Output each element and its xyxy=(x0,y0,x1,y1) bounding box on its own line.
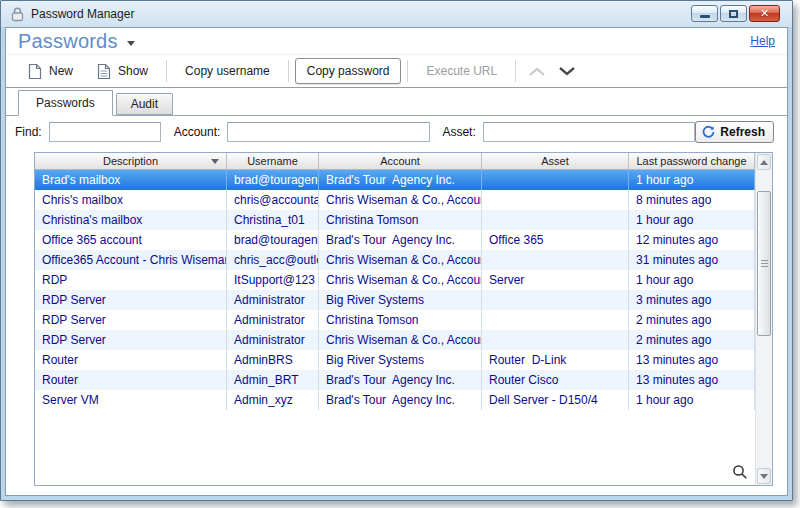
cell-asset[interactable] xyxy=(482,170,629,190)
account-input[interactable] xyxy=(227,122,430,142)
cell-account[interactable]: Christina Tomson xyxy=(319,310,482,330)
cell-last-password-change[interactable]: 8 minutes ago xyxy=(629,190,755,210)
cell-description[interactable]: RDP Server xyxy=(35,290,227,310)
column-header-asset[interactable]: Asset xyxy=(482,153,629,169)
cell-account[interactable]: Chris Wiseman & Co., Accountar xyxy=(319,250,482,270)
new-button[interactable]: New xyxy=(16,57,85,86)
cell-asset[interactable] xyxy=(482,330,629,350)
column-header-account[interactable]: Account xyxy=(319,153,482,169)
cell-asset[interactable]: Router Cisco xyxy=(482,370,629,390)
cell-description[interactable]: Chris's mailbox xyxy=(35,190,227,210)
cell-asset[interactable] xyxy=(482,210,629,230)
cell-last-password-change[interactable]: 12 minutes ago xyxy=(629,230,755,250)
copy-password-button[interactable]: Copy password xyxy=(295,58,402,84)
cell-last-password-change[interactable]: 31 minutes ago xyxy=(629,250,755,270)
asset-input[interactable] xyxy=(483,122,696,142)
cell-asset[interactable]: Router D-Link xyxy=(482,350,629,370)
cell-username[interactable]: Administrator xyxy=(227,330,319,350)
table-row[interactable]: Brad's mailbox brad@touragency. Brad's T… xyxy=(35,170,755,190)
cell-asset[interactable] xyxy=(482,310,629,330)
cell-description[interactable]: RDP xyxy=(35,270,227,290)
cell-description[interactable]: RDP Server xyxy=(35,330,227,350)
cell-account[interactable]: Big River Systems xyxy=(319,290,482,310)
column-header-last-password-change[interactable]: Last password change xyxy=(629,153,755,169)
cell-account[interactable]: Brad's Tour Agency Inc. xyxy=(319,370,482,390)
help-link[interactable]: Help xyxy=(750,34,775,48)
magnifier-icon[interactable] xyxy=(732,464,748,480)
cell-description[interactable]: Server VM xyxy=(35,390,227,410)
chevron-down-icon[interactable] xyxy=(127,41,135,46)
cell-account[interactable]: Chris Wiseman & Co., Accountar xyxy=(319,190,482,210)
cell-account[interactable]: Chris Wiseman & Co., Accountar xyxy=(319,330,482,350)
table-row[interactable]: RDP Server Administrator Christina Tomso… xyxy=(35,310,755,330)
cell-last-password-change[interactable]: 2 minutes ago xyxy=(629,310,755,330)
cell-username[interactable]: Admin_BRT xyxy=(227,370,319,390)
cell-account[interactable]: Big River Systems xyxy=(319,350,482,370)
cell-username[interactable]: ItSupport@123 xyxy=(227,270,319,290)
cell-asset[interactable] xyxy=(482,250,629,270)
cell-description[interactable]: RDP Server xyxy=(35,310,227,330)
cell-account[interactable]: Christina Tomson xyxy=(319,210,482,230)
chevron-down-icon[interactable] xyxy=(558,66,576,77)
table-row[interactable]: RDP Server Administrator Chris Wiseman &… xyxy=(35,330,755,350)
tab-audit[interactable]: Audit xyxy=(116,93,173,115)
table-row[interactable]: RDP Server Administrator Big River Syste… xyxy=(35,290,755,310)
cell-last-password-change[interactable]: 13 minutes ago xyxy=(629,350,755,370)
copy-username-label: Copy username xyxy=(185,64,270,78)
cell-username[interactable]: Administrator xyxy=(227,290,319,310)
cell-asset[interactable] xyxy=(482,290,629,310)
column-header-description[interactable]: Description xyxy=(35,153,227,169)
table-row[interactable]: Office365 Account - Chris Wiseman chris_… xyxy=(35,250,755,270)
cell-username[interactable]: chris@accountant xyxy=(227,190,319,210)
cell-description[interactable]: Router xyxy=(35,370,227,390)
cell-description[interactable]: Office 365 account xyxy=(35,230,227,250)
cell-last-password-change[interactable]: 1 hour ago xyxy=(629,390,755,410)
table-row[interactable]: Router AdminBRS Big River Systems Router… xyxy=(35,350,755,370)
cell-last-password-change[interactable]: 3 minutes ago xyxy=(629,290,755,310)
cell-username[interactable]: Admin_xyz xyxy=(227,390,319,410)
cell-description[interactable]: Office365 Account - Chris Wiseman xyxy=(35,250,227,270)
cell-last-password-change[interactable]: 1 hour ago xyxy=(629,210,755,230)
table-row[interactable]: RDP ItSupport@123 Chris Wiseman & Co., A… xyxy=(35,270,755,290)
vertical-scrollbar[interactable] xyxy=(755,153,772,485)
cell-account[interactable]: Chris Wiseman & Co., Accountar xyxy=(319,270,482,290)
tab-passwords[interactable]: Passwords xyxy=(18,90,113,116)
cell-username[interactable]: Christina_t01 xyxy=(227,210,319,230)
cell-last-password-change[interactable]: 13 minutes ago xyxy=(629,370,755,390)
cell-username[interactable]: brad@touragency. xyxy=(227,170,319,190)
scroll-down-button[interactable] xyxy=(757,468,771,484)
cell-username[interactable]: chris_acc@outloo xyxy=(227,250,319,270)
minimize-button[interactable] xyxy=(691,5,718,22)
refresh-button[interactable]: Refresh xyxy=(695,121,774,143)
table-row[interactable]: Router Admin_BRT Brad's Tour Agency Inc.… xyxy=(35,370,755,390)
cell-account[interactable]: Brad's Tour Agency Inc. xyxy=(319,170,482,190)
scrollbar-thumb[interactable] xyxy=(757,191,771,336)
cell-username[interactable]: brad@touragency. xyxy=(227,230,319,250)
filter-bar: Find: Account: Asset: Refresh xyxy=(6,116,787,147)
column-header-username[interactable]: Username xyxy=(227,153,319,169)
cell-asset[interactable] xyxy=(482,190,629,210)
cell-description[interactable]: Router xyxy=(35,350,227,370)
maximize-button[interactable] xyxy=(720,5,747,22)
cell-description[interactable]: Brad's mailbox xyxy=(35,170,227,190)
table-row[interactable]: Chris's mailbox chris@accountant Chris W… xyxy=(35,190,755,210)
find-input[interactable] xyxy=(49,122,161,142)
cell-account[interactable]: Brad's Tour Agency Inc. xyxy=(319,390,482,410)
cell-username[interactable]: Administrator xyxy=(227,310,319,330)
show-button[interactable]: Show xyxy=(85,57,160,86)
cell-last-password-change[interactable]: 1 hour ago xyxy=(629,170,755,190)
cell-asset[interactable]: Office 365 xyxy=(482,230,629,250)
scroll-up-button[interactable] xyxy=(757,154,771,170)
cell-username[interactable]: AdminBRS xyxy=(227,350,319,370)
table-row[interactable]: Office 365 account brad@touragency. Brad… xyxy=(35,230,755,250)
table-row[interactable]: Server VM Admin_xyz Brad's Tour Agency I… xyxy=(35,390,755,410)
cell-asset[interactable]: Dell Server - D150/4 xyxy=(482,390,629,410)
cell-description[interactable]: Christina's mailbox xyxy=(35,210,227,230)
cell-account[interactable]: Brad's Tour Agency Inc. xyxy=(319,230,482,250)
copy-username-button[interactable]: Copy username xyxy=(173,58,282,84)
cell-asset[interactable]: Server xyxy=(482,270,629,290)
table-row[interactable]: Christina's mailbox Christina_t01 Christ… xyxy=(35,210,755,230)
cell-last-password-change[interactable]: 1 hour ago xyxy=(629,270,755,290)
close-button[interactable]: ✕ xyxy=(749,5,780,22)
cell-last-password-change[interactable]: 2 minutes ago xyxy=(629,330,755,350)
